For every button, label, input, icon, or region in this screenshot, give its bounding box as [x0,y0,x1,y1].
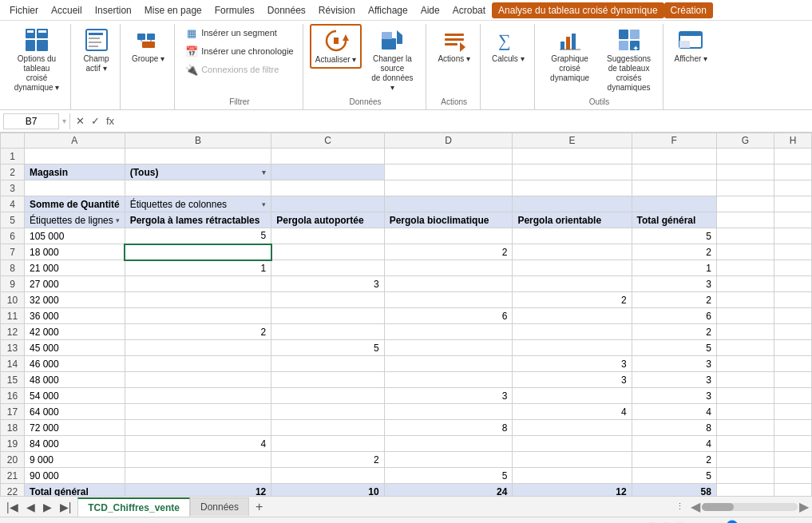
cell-a5[interactable]: Étiquettes de lignes ▾ [25,212,125,228]
cell-a22[interactable]: Total général [25,484,125,497]
cell-h16[interactable] [774,388,812,404]
cell-d5[interactable]: Pergola bioclimatique [384,212,513,228]
cell-e20[interactable] [513,452,632,468]
cell-b16[interactable] [125,388,271,404]
cell-e3[interactable] [513,180,632,196]
cell-a9[interactable]: 27 000 [25,276,125,292]
cell-b3[interactable] [125,180,271,196]
cell-c6[interactable] [271,228,384,244]
cell-b9[interactable] [125,276,271,292]
cell-g13[interactable] [716,340,774,356]
cell-f5[interactable]: Total général [632,212,716,228]
cell-a8[interactable]: 21 000 [25,260,125,276]
row-header-2[interactable]: 2 [1,164,25,180]
cell-g12[interactable] [716,324,774,340]
cell-a7[interactable]: 18 000 [25,244,125,260]
menu-mise-en-page[interactable]: Mise en page [138,2,208,18]
changer-source-button[interactable]: Changer la sourcede données ▾ [363,24,421,96]
cell-h14[interactable] [774,356,812,372]
cell-h1[interactable] [774,149,812,164]
cell-h8[interactable] [774,260,812,276]
row-header-3[interactable]: 3 [1,180,25,196]
cell-g9[interactable] [716,276,774,292]
row-header-19[interactable]: 19 [1,436,25,452]
col-header-f[interactable]: F [632,133,716,149]
cell-b17[interactable] [125,404,271,420]
cell-g21[interactable] [716,468,774,484]
row-header-22[interactable]: 22 [1,484,25,497]
cell-g8[interactable] [716,260,774,276]
row-header-11[interactable]: 11 [1,308,25,324]
row-header-20[interactable]: 20 [1,452,25,468]
col-header-h[interactable]: H [774,133,812,149]
cell-b10[interactable] [125,292,271,308]
cell-e18[interactable] [513,420,632,436]
cell-e17[interactable]: 4 [513,404,632,420]
cell-f4[interactable] [632,196,716,212]
horizontal-scrollbar[interactable]: ◀ ▶ [691,499,809,514]
cell-e11[interactable] [513,308,632,324]
cell-f7[interactable]: 2 [632,244,716,260]
cell-c12[interactable] [271,324,384,340]
cell-d7[interactable]: 2 [384,244,513,260]
cell-d3[interactable] [384,180,513,196]
cell-a13[interactable]: 45 000 [25,340,125,356]
cell-e19[interactable] [513,436,632,452]
sheet-nav-next[interactable]: ▶ [40,499,55,515]
calculs-button[interactable]: ∑ Calculs ▾ [487,24,529,67]
cell-b7[interactable] [125,244,271,260]
groupe-button[interactable]: Groupe ▾ [127,24,169,67]
cell-g18[interactable] [716,420,774,436]
cell-a12[interactable]: 42 000 [25,324,125,340]
cell-a16[interactable]: 54 000 [25,388,125,404]
cell-h5[interactable] [774,212,812,228]
cell-f6[interactable]: 5 [632,228,716,244]
cell-a4[interactable]: Somme de Quantité [25,196,125,212]
afficher-button[interactable]: Afficher ▾ [670,24,713,67]
cell-f21[interactable]: 5 [632,468,716,484]
cell-c2[interactable] [271,164,384,180]
menu-affichage[interactable]: Affichage [362,2,414,18]
inserer-segment-button[interactable]: ▦ Insérer un segment [181,24,298,42]
cell-f19[interactable]: 4 [632,436,716,452]
col-dropdown-arrow[interactable]: ▾ [262,200,266,208]
cell-c7[interactable] [271,244,384,260]
row-header-6[interactable]: 6 [1,228,25,244]
actions-button[interactable]: Actions ▾ [433,24,475,67]
cell-h2[interactable] [774,164,812,180]
cell-g10[interactable] [716,292,774,308]
cell-f17[interactable]: 4 [632,404,716,420]
col-header-d[interactable]: D [384,133,513,149]
cell-h18[interactable] [774,420,812,436]
cell-a11[interactable]: 36 000 [25,308,125,324]
cell-f2[interactable] [632,164,716,180]
cell-d1[interactable] [384,149,513,164]
menu-insertion[interactable]: Insertion [89,2,138,18]
cell-c4[interactable] [271,196,384,212]
cell-e10[interactable]: 2 [513,292,632,308]
add-sheet-button[interactable]: + [249,498,269,516]
cell-h3[interactable] [774,180,812,196]
cell-e22[interactable]: 12 [513,484,632,497]
sheet-tab-tcd[interactable]: TCD_Chiffres_vente [77,497,190,517]
cell-reference-input[interactable] [3,113,59,129]
cell-d12[interactable] [384,324,513,340]
cell-f10[interactable]: 2 [632,292,716,308]
inserer-chronologie-button[interactable]: 📅 Insérer une chronologie [181,42,298,60]
cell-g4[interactable] [716,196,774,212]
cell-b19[interactable]: 4 [125,436,271,452]
col-header-c[interactable]: C [271,133,384,149]
cell-g6[interactable] [716,228,774,244]
sheet-nav-last[interactable]: ▶| [57,499,75,515]
cell-b8[interactable]: 1 [125,260,271,276]
cell-a2[interactable]: Magasin [25,164,125,180]
cell-g14[interactable] [716,356,774,372]
cell-h19[interactable] [774,436,812,452]
row-header-10[interactable]: 10 [1,292,25,308]
cell-d8[interactable] [384,260,513,276]
cell-h10[interactable] [774,292,812,308]
cell-f1[interactable] [632,149,716,164]
cell-f8[interactable]: 1 [632,260,716,276]
cell-b13[interactable] [125,340,271,356]
cell-c10[interactable] [271,292,384,308]
